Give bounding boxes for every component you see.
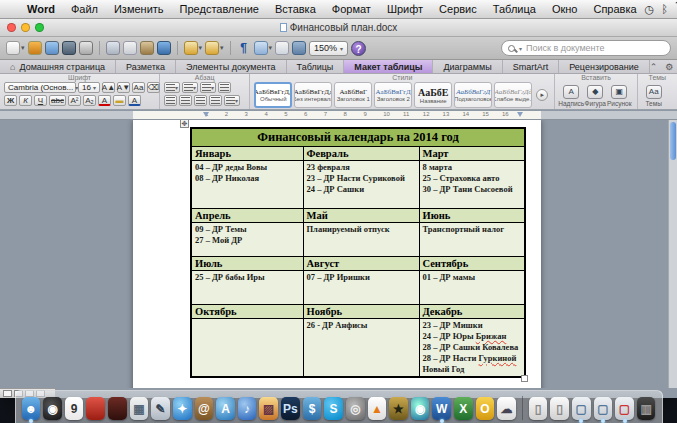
style-chip-4[interactable]: АаБбЕНазвание	[414, 82, 452, 108]
redo-button[interactable]	[205, 41, 219, 55]
draft-view-button[interactable]	[3, 390, 12, 397]
month-entries-cell[interactable]: 23 – ДР Мишки24 – ДР Юры Брижан28 – ДР С…	[419, 319, 525, 378]
print-preview-button[interactable]	[292, 41, 306, 55]
table-move-handle[interactable]: ✥	[180, 120, 189, 128]
themes-item-0[interactable]: АаТемы	[642, 85, 666, 107]
close-window-button[interactable]	[7, 23, 16, 32]
gallery-button[interactable]	[28, 41, 42, 55]
menu-item-3[interactable]: Представление	[172, 3, 267, 15]
dock-icon-game-app[interactable]	[108, 397, 127, 420]
font-color-button[interactable]: А	[128, 95, 141, 106]
document-area[interactable]: ✥ Финансовый календарь на 2014 год Январ…	[0, 120, 677, 388]
month-entries-cell[interactable]	[191, 319, 303, 378]
bluetooth-icon[interactable]: ᛒ	[661, 3, 668, 15]
multilevel-list-button[interactable]: ▾	[200, 82, 216, 93]
dock-icon-itunes[interactable]: ♪	[238, 397, 257, 420]
month-name-cell[interactable]: Июль	[191, 257, 303, 271]
month-name-cell[interactable]: Апрель	[191, 209, 303, 223]
insert-item-0[interactable]: AНадпись	[559, 85, 583, 107]
subscript-button[interactable]: А₂	[83, 95, 96, 106]
dock-icon-word[interactable]: W	[432, 397, 451, 420]
ribbon-tab-5[interactable]: Диаграммы	[433, 60, 502, 73]
left-indent-marker[interactable]	[203, 112, 209, 120]
cut-button[interactable]	[106, 41, 120, 55]
dock-icon-trash[interactable]: ▥	[637, 397, 656, 420]
dock-icon-minimized-window-2[interactable]: ▢	[594, 397, 613, 420]
align-center-button[interactable]	[179, 95, 192, 106]
window-title-bar[interactable]: Финансовый план.docx	[0, 19, 677, 37]
menu-item-1[interactable]: Файл	[63, 3, 106, 15]
vertical-scrollbar[interactable]	[668, 120, 677, 388]
month-name-cell[interactable]: Сентябрь	[419, 257, 525, 271]
menu-item-9[interactable]: Окно	[544, 3, 586, 15]
menu-item-5[interactable]: Формат	[324, 3, 379, 15]
style-chip-6[interactable]: АаБбВвГгДдСлабое выде...	[494, 82, 532, 108]
insert-item-1[interactable]: ◆Фигура	[583, 85, 607, 107]
ribbon-tab-3[interactable]: Таблицы	[287, 60, 345, 73]
dock-icon-preview-app[interactable]: ▦	[130, 397, 149, 420]
zoom-control[interactable]: 150% ▾	[309, 41, 348, 56]
show-paragraph-marks-button[interactable]: ¶	[237, 41, 251, 55]
ribbon-tab-0[interactable]: ⌂Домашняя страница	[0, 60, 116, 73]
style-chip-2[interactable]: АаБбВвГЗаголовок 1	[334, 82, 372, 108]
dock-icon-safari[interactable]: ✦	[173, 397, 192, 420]
document-page[interactable]: ✥ Финансовый календарь на 2014 год Январ…	[133, 120, 541, 388]
dock-icon-outlook[interactable]: O	[476, 397, 495, 420]
dock-icon-minimized-window-1[interactable]: ▢	[572, 397, 591, 420]
ribbon-tab-6[interactable]: SmartArt	[503, 60, 560, 73]
zoom-window-button[interactable]	[35, 23, 44, 32]
month-entries-cell[interactable]: Транспортный налог	[419, 223, 525, 257]
align-left-button[interactable]	[164, 95, 177, 106]
italic-button[interactable]: К	[19, 95, 32, 106]
right-indent-marker[interactable]	[517, 112, 523, 120]
font-name-select[interactable]: Cambria (Основ...▾	[4, 82, 76, 93]
month-entries-cell[interactable]: 8 марта25 – Страховка авто30 – ДР Тани С…	[419, 161, 525, 209]
underline-color-button[interactable]: А	[98, 95, 111, 106]
month-entries-cell[interactable]: 01 – ДР мамы	[419, 271, 525, 305]
bold-button[interactable]: Ж	[4, 95, 17, 106]
dock-icon-camera-app[interactable]: ◉	[411, 397, 430, 420]
dock-icon-contacts[interactable]: @	[195, 397, 214, 420]
superscript-button[interactable]: А²	[68, 95, 81, 106]
month-name-cell[interactable]: Май	[303, 209, 419, 223]
decrease-indent-button[interactable]	[218, 82, 231, 93]
financial-calendar-table[interactable]: Финансовый календарь на 2014 год ЯнварьФ…	[190, 127, 526, 378]
dock-icon-red-book-app[interactable]	[86, 397, 105, 420]
menu-item-4[interactable]: Вставка	[267, 3, 324, 15]
bulleted-list-button[interactable]: ▾	[164, 82, 180, 93]
dock-icon-stack-device-1[interactable]: ▯	[529, 397, 548, 420]
justify-button[interactable]	[209, 95, 222, 106]
style-chip-5[interactable]: АаБбВвГгДПодзаголовок	[454, 82, 492, 108]
undo-button[interactable]	[184, 41, 198, 55]
save-button[interactable]	[62, 41, 76, 55]
month-name-cell[interactable]: Август	[303, 257, 419, 271]
new-document-button[interactable]	[6, 41, 20, 55]
minimize-window-button[interactable]	[21, 23, 30, 32]
print-button[interactable]	[79, 41, 93, 55]
menu-item-2[interactable]: Изменить	[106, 3, 172, 15]
align-right-button[interactable]	[194, 95, 207, 106]
document-search-field[interactable]: ▾ Поиск в документе	[501, 40, 671, 56]
highlight-button[interactable]: ▬	[113, 95, 126, 106]
month-entries-cell[interactable]: 23 февраля23 – ДР Насти Суриковой24 – ДР…	[303, 161, 419, 209]
month-entries-cell[interactable]: 09 – ДР Темы27 – Мой ДР	[191, 223, 303, 257]
copy-button[interactable]	[123, 41, 137, 55]
numbered-list-button[interactable]: ▾	[182, 82, 198, 93]
month-entries-cell[interactable]: 07 – ДР Иришки	[303, 271, 419, 305]
line-spacing-button[interactable]: ▾	[224, 95, 240, 106]
dock-icon-minimized-window-3[interactable]: ▢	[615, 397, 634, 420]
dock-icon-budget-app[interactable]: $	[303, 397, 322, 420]
ribbon-tab-2[interactable]: Элементы документа	[176, 60, 287, 73]
shrink-font-button[interactable]: А▼	[117, 82, 130, 93]
dock-icon-app-store[interactable]: A	[216, 397, 235, 420]
time-machine-icon[interactable]: ◷	[645, 3, 655, 16]
menu-item-6[interactable]: Шрифт	[379, 3, 431, 15]
layout-view-button[interactable]	[254, 41, 268, 55]
dock-icon-finder[interactable]: ☻	[22, 397, 41, 420]
month-name-cell[interactable]: Декабрь	[419, 305, 525, 319]
menu-item-0[interactable]: Word	[19, 3, 63, 15]
dock-icon-sheep-app[interactable]: ☁	[497, 397, 516, 420]
dock-icon-calendar[interactable]: 9	[65, 397, 84, 420]
month-name-cell[interactable]: Ноябрь	[303, 305, 419, 319]
change-case-button[interactable]: Аа	[132, 82, 145, 93]
